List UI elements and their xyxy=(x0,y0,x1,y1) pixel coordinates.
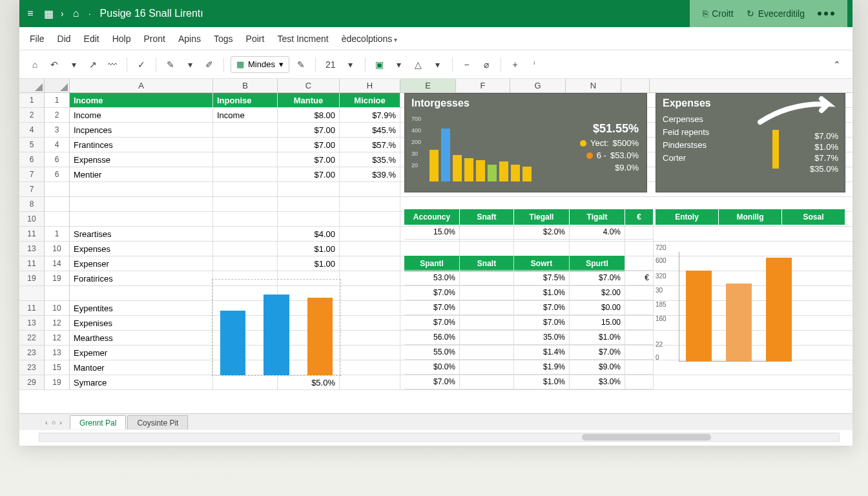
cell[interactable]: Foratirices xyxy=(70,271,213,285)
row-header[interactable]: 7 xyxy=(19,167,45,181)
cell[interactable] xyxy=(213,375,278,389)
cell[interactable]: $39.% xyxy=(340,167,400,181)
cell[interactable]: Income xyxy=(70,93,213,107)
cell[interactable]: Expenises xyxy=(70,316,213,330)
table-row[interactable]: 56.0%35.0%$1.0% xyxy=(404,330,654,345)
cell[interactable] xyxy=(340,331,400,345)
cell[interactable]: $5.0% xyxy=(278,375,340,389)
row-header-2[interactable]: 1 xyxy=(45,227,70,241)
col-header-G[interactable]: G xyxy=(510,79,566,92)
menu-pront[interactable]: Pront xyxy=(144,34,165,44)
row-header[interactable]: 23 xyxy=(19,346,45,360)
zoom-value[interactable]: 21 xyxy=(322,56,339,73)
col-header-B[interactable]: B xyxy=(213,79,278,92)
cell[interactable]: Symarce xyxy=(70,375,213,389)
title-action-b[interactable]: ↻ Evecerditilg xyxy=(747,8,805,19)
tool-check-icon[interactable]: ✓ xyxy=(134,56,149,73)
tool-collapse-icon[interactable]: ⌃ xyxy=(829,56,845,73)
horizontal-scrollbar[interactable] xyxy=(39,433,840,442)
row-header-2[interactable]: 19 xyxy=(45,271,70,285)
row-header[interactable]: 29 xyxy=(19,375,45,389)
row-header-2[interactable]: 15 xyxy=(45,360,70,375)
cell[interactable]: $7.9% xyxy=(340,108,400,122)
menu-edit[interactable]: Edit xyxy=(84,34,99,44)
cell[interactable]: Mantoer xyxy=(70,360,213,375)
col-header-F[interactable]: F xyxy=(456,79,510,92)
cell[interactable]: Mantue xyxy=(278,93,340,107)
row-header[interactable]: 11 xyxy=(19,301,45,315)
table-row[interactable]: 15.0%$2.0%4.0% xyxy=(404,225,654,240)
cell[interactable] xyxy=(213,167,278,181)
menu-togs[interactable]: Togs xyxy=(214,34,233,44)
cell[interactable]: Eypentites xyxy=(70,301,213,315)
table-row[interactable]: $0.0%$1.9%$9.0% xyxy=(404,360,654,375)
row-header[interactable]: 13 xyxy=(19,316,45,330)
sheet-tab-active[interactable]: Grennt Pal xyxy=(70,415,126,429)
row-header[interactable]: 23 xyxy=(19,360,45,375)
cell[interactable]: Mentier xyxy=(70,167,213,181)
table-row[interactable]: 53.0%$7.5%$7.0%€ xyxy=(404,271,654,285)
row-header-2[interactable]: 6 xyxy=(45,167,70,181)
cell[interactable]: Frantinces xyxy=(70,138,213,152)
tool-marker-icon[interactable]: ✐ xyxy=(202,56,217,73)
cell[interactable] xyxy=(213,138,278,152)
row-header[interactable]: 2 xyxy=(19,108,45,122)
cell[interactable]: Micnioe xyxy=(340,93,400,107)
cell[interactable]: $57.% xyxy=(340,138,400,152)
cell[interactable]: Income xyxy=(213,108,278,122)
cell[interactable]: $8.00 xyxy=(278,108,340,122)
col-header-E[interactable]: E xyxy=(400,79,456,92)
cell[interactable]: $7.00 xyxy=(278,152,340,167)
row-header-2[interactable]: 12 xyxy=(45,316,70,330)
cell[interactable] xyxy=(340,227,400,241)
row-header[interactable]: 11 xyxy=(19,227,45,241)
table-row[interactable]: $7.0%$7.0%15.00 xyxy=(404,315,654,330)
tool-undo-icon[interactable]: ↶ xyxy=(46,56,62,73)
cell[interactable]: Expenser xyxy=(70,256,213,271)
cell[interactable]: $1.00 xyxy=(278,256,340,271)
tool-text-icon[interactable]: ⁱ xyxy=(527,56,542,73)
row-header[interactable]: 11 xyxy=(19,256,45,271)
tool-dropdown-icon[interactable]: ▾ xyxy=(66,56,81,73)
row-header-2[interactable]: 1 xyxy=(45,93,70,107)
table-row[interactable]: $7.0%$1.0%$3.0% xyxy=(404,375,654,389)
cell[interactable] xyxy=(213,123,278,137)
cell[interactable]: $7.00 xyxy=(278,123,340,137)
cell[interactable]: Expensse xyxy=(70,152,213,167)
tab-nav-next[interactable]: › xyxy=(59,418,62,426)
row-header-2[interactable]: 3 xyxy=(45,123,70,137)
row-header[interactable]: 22 xyxy=(19,331,45,345)
menu-icon[interactable]: ≡ xyxy=(25,8,36,19)
tool-home-icon[interactable]: ⌂ xyxy=(27,56,43,73)
title-action-a[interactable]: ⎘ Croitt xyxy=(703,8,733,19)
cell[interactable]: Sreartises xyxy=(70,227,213,241)
row-header-2[interactable]: 10 xyxy=(45,242,70,256)
row-header-2[interactable]: 14 xyxy=(45,256,70,271)
table-row[interactable]: 55.0%$1.4%$7.0% xyxy=(404,345,654,360)
menu-poirt[interactable]: Poirt xyxy=(246,34,265,44)
cell[interactable]: $7.00 xyxy=(278,167,340,181)
cell[interactable]: $1.00 xyxy=(278,242,340,256)
cell[interactable] xyxy=(213,227,278,241)
cell[interactable] xyxy=(213,152,278,167)
cell[interactable]: $4.00 xyxy=(278,227,340,241)
row-header[interactable]: 4 xyxy=(19,123,45,137)
tool-clipboard-icon[interactable]: ▣ xyxy=(372,56,388,73)
cell[interactable]: Incpences xyxy=(70,123,213,137)
row-header[interactable]: 13 xyxy=(19,242,45,256)
cell[interactable]: Expemer xyxy=(70,346,213,360)
tab-add-icon[interactable]: ○ xyxy=(52,418,56,426)
table-row[interactable]: $7.0%$7.0%$0.00 xyxy=(404,300,654,315)
tool-dropdown2-icon[interactable]: ▾ xyxy=(182,56,198,73)
menu-file[interactable]: File xyxy=(30,34,45,44)
cell[interactable]: Expenses xyxy=(70,242,213,256)
cell[interactable]: $7.00 xyxy=(278,138,340,152)
embedded-chart-right[interactable]: 720 600 320 30 185 160 22 0 xyxy=(656,244,798,373)
row-header-2[interactable]: 4 xyxy=(45,138,70,152)
row-header[interactable]: 5 xyxy=(19,138,45,152)
cell[interactable] xyxy=(340,256,400,271)
menu-did[interactable]: Did xyxy=(57,34,71,44)
cell[interactable]: $45.% xyxy=(340,123,400,137)
row-header-2[interactable]: 12 xyxy=(45,331,70,345)
menu-help[interactable]: Holp xyxy=(112,34,131,44)
